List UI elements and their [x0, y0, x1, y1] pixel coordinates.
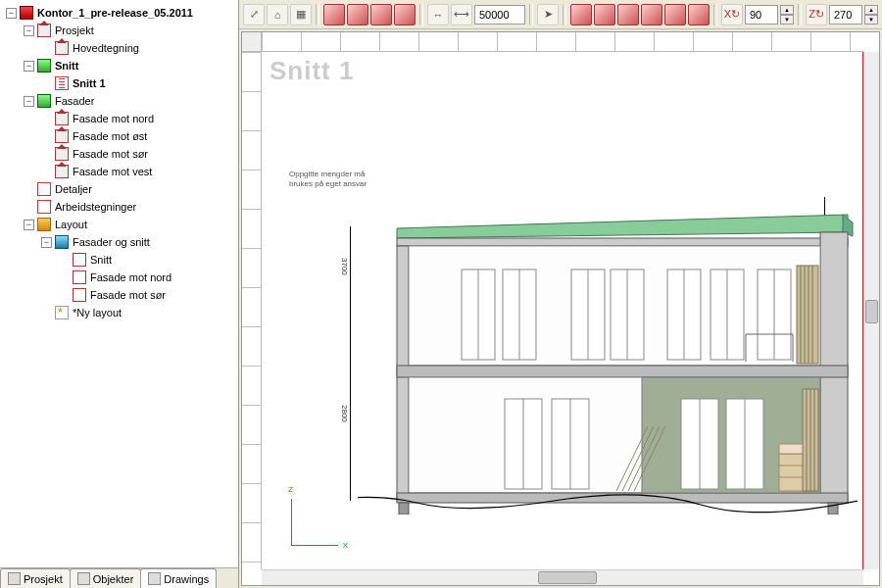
- tree-snitt[interactable]: −Snitt: [2, 57, 236, 74]
- tool-zoom-extents[interactable]: ⤢: [243, 4, 265, 25]
- tree-arbeids[interactable]: Arbeidstegninger: [2, 198, 236, 216]
- svg-rect-25: [797, 266, 818, 364]
- tool-view-3[interactable]: [617, 4, 639, 25]
- angle-x-input[interactable]: [745, 5, 778, 24]
- axis-indicator: Z X: [291, 497, 340, 546]
- tool-angle-z[interactable]: Z↻: [806, 4, 827, 25]
- dim-upper: 3700: [340, 258, 349, 275]
- facade-icon: [55, 147, 69, 161]
- tree-label: Fasade mot sør: [90, 289, 166, 301]
- sidebar-tabs: Prosjekt Objekter Drawings: [0, 567, 238, 588]
- tree-label: Fasade mot nord: [90, 271, 172, 283]
- scroll-thumb[interactable]: [538, 571, 597, 584]
- tree-layout-nord[interactable]: Fasade mot nord: [2, 269, 236, 286]
- note-line: Oppgitte mengder må: [289, 170, 365, 178]
- tool-grid[interactable]: ▦: [290, 4, 312, 25]
- tree-layout-sor[interactable]: Fasade mot sør: [2, 286, 236, 304]
- tool-measure[interactable]: ↔: [427, 4, 449, 25]
- tree-label: Arbeidstegninger: [55, 201, 136, 213]
- ruler-corner: [242, 32, 262, 52]
- tool-3d-3[interactable]: [370, 4, 392, 25]
- project-icon: [20, 6, 33, 20]
- tree-label: *Ny layout: [73, 307, 122, 318]
- drawing-icon: [55, 41, 69, 55]
- tree-snitt-1[interactable]: Snitt 1: [2, 74, 236, 92]
- canvas-area: Snitt 1 Oppgitte mengder må brukes på eg…: [241, 31, 880, 586]
- tree-layout-snitt[interactable]: Snitt: [2, 251, 236, 269]
- tool-send[interactable]: ➤: [537, 4, 559, 25]
- scroll-thumb[interactable]: [865, 300, 878, 323]
- tab-icon: [8, 572, 21, 585]
- tree-ny-layout[interactable]: *Ny layout: [2, 304, 236, 321]
- tree-fasader[interactable]: −Fasader: [2, 92, 236, 110]
- tool-view-6[interactable]: [688, 4, 710, 25]
- item-icon: [73, 288, 86, 302]
- tab-label: Drawings: [164, 573, 209, 585]
- tree-fasade-sor[interactable]: Fasade mot sør: [2, 145, 236, 163]
- ruler-vertical[interactable]: [242, 52, 262, 569]
- tree-root[interactable]: −Kontor_1_pre-release_05.2011: [2, 4, 236, 22]
- tree-label: Detaljer: [55, 183, 92, 195]
- angle-z-input[interactable]: [829, 5, 862, 24]
- tool-view-1[interactable]: [570, 4, 592, 25]
- tool-view-5[interactable]: [664, 4, 686, 25]
- tree-label: Hovedtegning: [73, 42, 139, 54]
- section-icon: [37, 59, 51, 73]
- tool-dim[interactable]: ⟷: [451, 4, 472, 25]
- tab-prosjekt[interactable]: Prosjekt: [0, 568, 71, 588]
- scrollbar-vertical[interactable]: [863, 52, 879, 569]
- tree-prosjekt[interactable]: −Prosjekt: [2, 22, 236, 39]
- tree-label: Snitt: [90, 254, 112, 266]
- tab-label: Prosjekt: [24, 573, 63, 585]
- item-icon: [73, 270, 86, 284]
- dim-lower: 2800: [340, 405, 349, 422]
- section-svg: [358, 197, 858, 514]
- svg-rect-6: [397, 366, 848, 377]
- project-tree: −Kontor_1_pre-release_05.2011 −Prosjekt …: [0, 0, 238, 567]
- axis-x-label: X: [343, 541, 348, 550]
- sheet-icon: [55, 235, 69, 249]
- tool-3d-2[interactable]: [347, 4, 368, 25]
- tool-angle-x[interactable]: X↻: [721, 4, 743, 25]
- drawing-canvas[interactable]: Snitt 1 Oppgitte mengder må brukes på eg…: [262, 52, 863, 569]
- tree-label: Snitt: [55, 60, 78, 72]
- tree-label: Fasade mot vest: [73, 166, 152, 177]
- drawing-note: Oppgitte mengder må brukes på eget ansva…: [289, 170, 367, 188]
- tree-label: Prosjekt: [55, 24, 94, 36]
- ruler-horizontal[interactable]: [262, 32, 863, 52]
- tree-fasade-vest[interactable]: Fasade mot vest: [2, 163, 236, 180]
- facade-icon: [55, 112, 69, 125]
- tool-3d-1[interactable]: [323, 4, 345, 25]
- tool-home[interactable]: ⌂: [267, 4, 288, 25]
- tab-drawings[interactable]: Drawings: [140, 568, 217, 588]
- tool-view-2[interactable]: [594, 4, 615, 25]
- tree-detaljer[interactable]: Detaljer: [2, 180, 236, 198]
- tree-label: Snitt 1: [73, 77, 106, 89]
- tree-fasade-ost[interactable]: Fasade mot øst: [2, 127, 236, 145]
- angle-x-spinner[interactable]: ▲▼: [780, 5, 794, 24]
- tab-icon: [148, 572, 161, 585]
- svg-rect-9: [399, 503, 409, 514]
- angle-z-spinner[interactable]: ▲▼: [864, 5, 878, 24]
- toolbar: ⤢ ⌂ ▦ ↔ ⟷ ➤ X↻ ▲▼ Z↻: [239, 0, 882, 29]
- tree-fasade-nord[interactable]: Fasade mot nord: [2, 110, 236, 127]
- facade-icon: [55, 129, 69, 143]
- page-icon: [37, 182, 51, 196]
- tab-icon: [77, 572, 90, 585]
- tree-fasader-snitt[interactable]: −Fasader og snitt: [2, 233, 236, 251]
- layout-icon: [37, 218, 51, 231]
- view-title: Snitt 1: [270, 56, 354, 86]
- tab-objekter[interactable]: Objekter: [70, 568, 142, 588]
- tree-hovedtegning[interactable]: Hovedtegning: [2, 39, 236, 57]
- tree-label: Fasader og snitt: [73, 236, 150, 248]
- main-area: ⤢ ⌂ ▦ ↔ ⟷ ➤ X↻ ▲▼ Z↻: [239, 0, 882, 588]
- scrollbar-horizontal[interactable]: [262, 569, 863, 585]
- dim-line-inner: [350, 226, 351, 501]
- svg-rect-2: [397, 238, 848, 246]
- tool-3d-4[interactable]: [394, 4, 416, 25]
- tool-view-4[interactable]: [641, 4, 662, 25]
- distance-input[interactable]: [474, 5, 525, 24]
- tree-layout[interactable]: −Layout: [2, 216, 236, 233]
- svg-marker-0: [397, 215, 848, 238]
- tree-label: Fasader: [55, 95, 94, 107]
